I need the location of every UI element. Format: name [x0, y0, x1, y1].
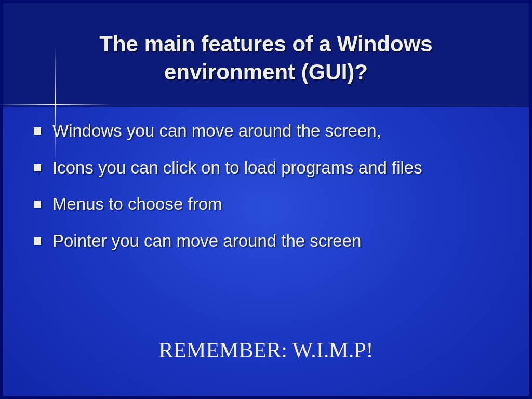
bullet-item: Menus to choose from — [34, 193, 506, 216]
bullet-item: Pointer you can move around the screen — [34, 230, 506, 253]
bullet-item: Windows you can move around the screen, — [34, 119, 506, 143]
bullet-item: Icons you can click on to load programs … — [34, 156, 506, 180]
bullet-text: Windows you can move around the screen, — [52, 119, 506, 143]
remember-text: REMEMBER: W.I.M.P! — [0, 338, 532, 363]
bullet-text: Pointer you can move around the screen — [52, 230, 506, 253]
bullet-marker-icon — [34, 164, 41, 171]
bullet-text: Icons you can click on to load programs … — [52, 156, 506, 180]
bullet-marker-icon — [34, 201, 41, 208]
slide-title: The main features of a Windows environme… — [0, 30, 532, 86]
slide-content: Windows you can move around the screen, … — [34, 119, 506, 266]
bullet-marker-icon — [34, 237, 41, 245]
bullet-marker-icon — [34, 127, 41, 135]
bullet-text: Menus to choose from — [52, 193, 506, 216]
